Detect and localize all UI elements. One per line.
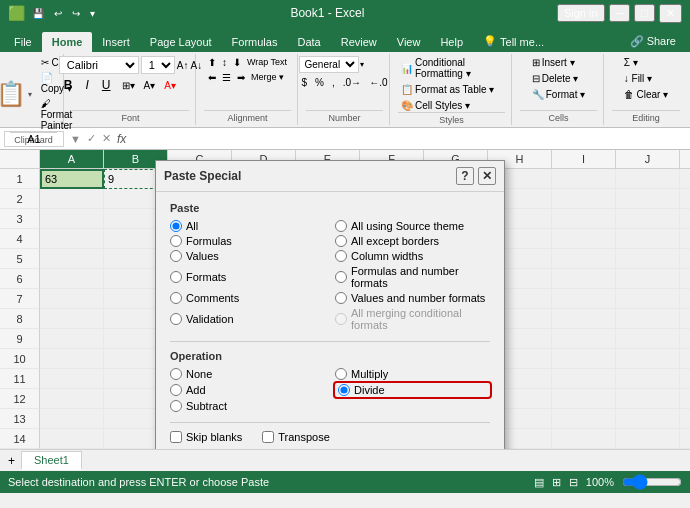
wrap-text-button[interactable]: Wrap Text (245, 56, 289, 69)
insert-cells-button[interactable]: ⊞ Insert ▾ (529, 56, 578, 69)
align-middle-icon[interactable]: ↕ (220, 56, 229, 69)
sheet-tab-sheet1[interactable]: Sheet1 (21, 451, 82, 470)
currency-button[interactable]: $ (299, 75, 311, 90)
op-option-multiply[interactable]: Multiply (335, 368, 490, 380)
font-name-selector[interactable]: Calibri (59, 56, 139, 74)
maximize-button[interactable]: □ (634, 4, 655, 22)
paste-option-formats[interactable]: Formats (170, 265, 325, 289)
view-page-layout-icon[interactable]: ⊞ (552, 476, 561, 489)
paste-radio-except-borders[interactable] (335, 235, 347, 247)
autosum-button[interactable]: Σ ▾ (621, 56, 641, 69)
paste-option-source-theme[interactable]: All using Source theme (335, 220, 490, 232)
align-top-icon[interactable]: ⬆ (206, 56, 218, 69)
transpose-checkbox-label[interactable]: Transpose (262, 431, 330, 443)
skip-blanks-label: Skip blanks (186, 431, 242, 443)
tab-tell-me[interactable]: 💡 Tell me... (473, 31, 554, 52)
tab-page-layout[interactable]: Page Layout (140, 32, 222, 52)
font-size-selector[interactable]: 11 (141, 56, 175, 74)
fill-button[interactable]: ↓ Fill ▾ (621, 72, 655, 85)
align-right-icon[interactable]: ➡ (235, 71, 247, 84)
border-button[interactable]: ⊞▾ (119, 79, 138, 92)
align-left-icon[interactable]: ⬅ (206, 71, 218, 84)
paste-radio-validation[interactable] (170, 313, 182, 325)
tab-home[interactable]: Home (42, 32, 93, 52)
paste-radio-formulas-number[interactable] (335, 271, 347, 283)
op-option-subtract[interactable]: Subtract (170, 400, 325, 412)
add-sheet-button[interactable]: + (4, 453, 19, 469)
quick-access-redo[interactable]: ↪ (69, 7, 83, 20)
transpose-checkbox[interactable] (262, 431, 274, 443)
paste-option-except-borders[interactable]: All except borders (335, 235, 490, 247)
tab-insert[interactable]: Insert (92, 32, 140, 52)
paste-option-all[interactable]: All (170, 220, 325, 232)
paste-radio-column-widths[interactable] (335, 250, 347, 262)
paste-option-formulas-number[interactable]: Formulas and number formats (335, 265, 490, 289)
increase-decimal-button[interactable]: .0→ (340, 75, 364, 90)
tab-review[interactable]: Review (331, 32, 387, 52)
number-format-selector[interactable]: General (299, 56, 359, 73)
bold-button[interactable]: B (59, 76, 78, 94)
dialog-close-button[interactable]: ✕ (478, 167, 496, 185)
paste-dropdown-arrow[interactable]: ▾ (28, 90, 32, 99)
op-radio-add[interactable] (170, 384, 182, 396)
fill-color-button[interactable]: A▾ (141, 79, 159, 92)
decrease-decimal-button[interactable]: ←.0 (366, 75, 390, 90)
paste-radio-source-theme[interactable] (335, 220, 347, 232)
tab-formulas[interactable]: Formulas (222, 32, 288, 52)
align-center-icon[interactable]: ☰ (220, 71, 233, 84)
tab-view[interactable]: View (387, 32, 431, 52)
paste-radio-values[interactable] (170, 250, 182, 262)
underline-button[interactable]: U (97, 76, 116, 94)
cell-ref-box[interactable]: A1 (4, 131, 64, 147)
share-button[interactable]: 🔗 Share (620, 31, 686, 52)
percent-button[interactable]: % (312, 75, 327, 90)
view-page-break-icon[interactable]: ⊟ (569, 476, 578, 489)
close-button[interactable]: ✕ (659, 4, 682, 23)
conditional-formatting-button[interactable]: 📊 Conditional Formatting ▾ (398, 56, 505, 80)
minimize-button[interactable]: ─ (609, 4, 631, 22)
font-color-button[interactable]: A▾ (161, 79, 179, 92)
paste-radio-formulas[interactable] (170, 235, 182, 247)
paste-option-column-widths[interactable]: Column widths (335, 250, 490, 262)
format-as-table-button[interactable]: 📋 Format as Table ▾ (398, 83, 497, 96)
paste-option-formulas[interactable]: Formulas (170, 235, 325, 247)
cell-styles-button[interactable]: 🎨 Cell Styles ▾ (398, 99, 473, 112)
dialog-help-button[interactable]: ? (456, 167, 474, 185)
paste-button[interactable]: 📋 ▾ (0, 78, 36, 110)
align-bottom-icon[interactable]: ⬇ (231, 56, 243, 69)
tab-file[interactable]: File (4, 32, 42, 52)
skip-blanks-checkbox[interactable] (170, 431, 182, 443)
op-radio-none[interactable] (170, 368, 182, 380)
paste-option-values-number[interactable]: Values and number formats (335, 292, 490, 304)
quick-access-undo[interactable]: ↩ (51, 7, 65, 20)
paste-radio-formats[interactable] (170, 271, 182, 283)
paste-option-comments[interactable]: Comments (170, 292, 325, 304)
paste-radio-comments[interactable] (170, 292, 182, 304)
delete-cells-button[interactable]: ⊟ Delete ▾ (529, 72, 582, 85)
view-normal-icon[interactable]: ▤ (534, 476, 544, 489)
format-cells-button[interactable]: 🔧 Format ▾ (529, 88, 588, 101)
tab-data[interactable]: Data (287, 32, 330, 52)
op-option-none[interactable]: None (170, 368, 325, 380)
increase-font-icon[interactable]: A↑ (177, 60, 189, 71)
paste-option-values[interactable]: Values (170, 250, 325, 262)
paste-option-validation[interactable]: Validation (170, 307, 325, 331)
formula-bar-input[interactable] (134, 133, 686, 145)
op-radio-divide[interactable] (338, 384, 350, 396)
clear-button[interactable]: 🗑 Clear ▾ (621, 88, 671, 101)
quick-access-save[interactable]: 💾 (29, 7, 47, 20)
merge-cells-button[interactable]: Merge ▾ (249, 71, 286, 84)
zoom-slider[interactable] (622, 476, 682, 488)
sign-in-button[interactable]: Sign in (557, 4, 605, 22)
paste-radio-values-number[interactable] (335, 292, 347, 304)
op-option-add[interactable]: Add (170, 383, 325, 397)
tab-help[interactable]: Help (430, 32, 473, 52)
op-option-divide[interactable]: Divide (335, 383, 490, 397)
op-radio-multiply[interactable] (335, 368, 347, 380)
quick-access-more[interactable]: ▾ (87, 7, 98, 20)
op-radio-subtract[interactable] (170, 400, 182, 412)
paste-radio-all[interactable] (170, 220, 182, 232)
skip-blanks-checkbox-label[interactable]: Skip blanks (170, 431, 242, 443)
comma-button[interactable]: , (329, 75, 338, 90)
italic-button[interactable]: I (81, 76, 94, 94)
